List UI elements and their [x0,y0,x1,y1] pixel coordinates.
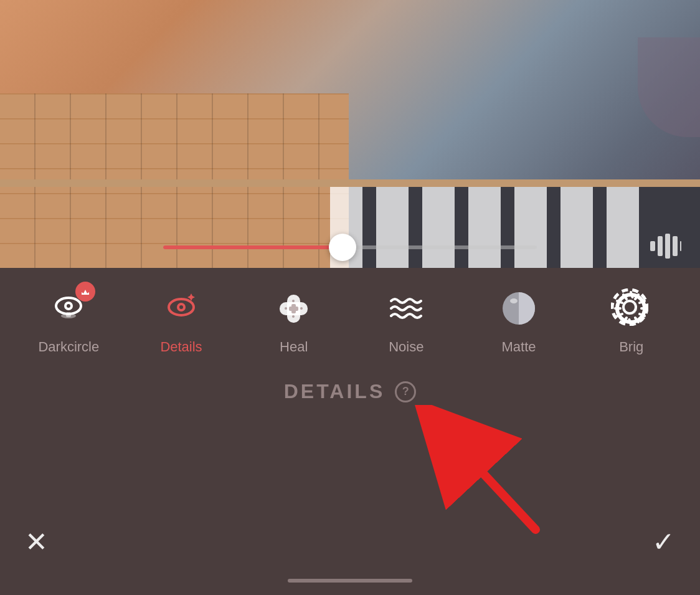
confirm-button[interactable]: ✓ [652,526,675,558]
action-bar: ✕ ✓ [0,526,700,558]
home-indicator [288,579,412,583]
details-label: Details [160,339,202,355]
svg-rect-0 [650,241,655,251]
compare-icon[interactable] [650,234,681,259]
section-title: DETAILS [284,380,385,403]
svg-point-7 [67,304,70,308]
comparison-slider[interactable] [163,245,537,249]
svg-rect-22 [289,307,298,311]
help-button[interactable]: ? [395,381,416,402]
cancel-button[interactable]: ✕ [25,526,48,558]
tool-noise[interactable]: Noise [350,287,463,355]
darkcircle-label: Darkcircle [38,339,99,355]
tool-darkcircle[interactable]: Darkcircle [12,287,125,355]
tool-details[interactable]: Details [125,287,238,355]
tool-matte[interactable]: Matte [463,287,575,355]
svg-point-17 [285,307,287,310]
svg-point-13 [189,296,191,298]
slider-thumb[interactable] [329,234,356,261]
svg-rect-1 [658,236,663,256]
crown-badge [75,282,95,302]
tool-brightness[interactable]: Brig [575,287,688,355]
svg-point-20 [292,315,295,318]
svg-rect-3 [673,236,678,256]
svg-point-19 [292,300,295,302]
tutorial-arrow [399,405,573,542]
matte-label: Matte [502,339,536,355]
tool-heal[interactable]: Heal [237,287,350,355]
svg-point-12 [179,305,183,309]
svg-point-24 [510,298,518,303]
svg-point-18 [300,307,303,310]
svg-rect-9 [66,312,71,317]
image-preview [0,0,700,268]
svg-rect-4 [680,241,681,251]
svg-point-30 [625,302,635,312]
heal-label: Heal [280,339,308,355]
tools-row: Darkcircle Details [0,268,700,361]
section-title-bar: DETAILS ? [284,380,417,403]
svg-rect-2 [665,234,670,259]
brightness-label: Brig [619,339,643,355]
noise-label: Noise [389,339,423,355]
bottom-panel: Darkcircle Details [0,268,700,595]
